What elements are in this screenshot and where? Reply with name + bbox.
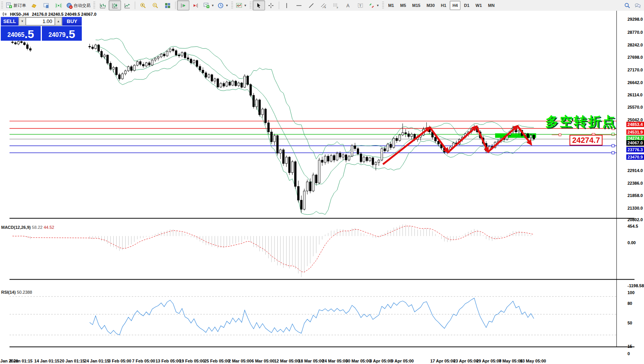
timeframe-button-W1[interactable]: W1 bbox=[473, 1, 485, 10]
text-button[interactable]: A bbox=[342, 0, 354, 10]
channel-button[interactable]: E bbox=[318, 0, 330, 10]
trendline-button[interactable] bbox=[305, 0, 318, 10]
candle-body bbox=[381, 149, 383, 160]
sell-button[interactable]: SELL bbox=[1, 17, 18, 26]
volume-decrease-button[interactable]: ▼ bbox=[19, 17, 26, 25]
line-anchor-handle[interactable] bbox=[612, 133, 614, 136]
volume-increase-button[interactable]: ▲ bbox=[55, 17, 62, 25]
chat-icon[interactable] bbox=[634, 2, 641, 9]
time-axis[interactable]: Jan 20208 Jan 01:1514 Jan 01:1520 Jan 01… bbox=[0, 357, 644, 364]
timeframe-button-D1[interactable]: D1 bbox=[461, 1, 472, 10]
candle-body bbox=[229, 82, 231, 85]
turning-point-annotation[interactable]: 多空转折点 bbox=[545, 113, 616, 131]
horizontal-line-button[interactable] bbox=[293, 0, 305, 10]
mt4-terminal-window: { "toolbar": { "new_order_label": "新订单",… bbox=[0, 0, 644, 364]
line-anchor-handle[interactable] bbox=[612, 151, 614, 154]
buy-price[interactable]: 24079 .5 bbox=[42, 26, 82, 41]
candle-body bbox=[241, 83, 243, 87]
candle-body bbox=[265, 109, 267, 123]
sell-price-main: 24065 bbox=[7, 30, 25, 40]
toolbar-grip[interactable] bbox=[250, 2, 252, 9]
candle-body bbox=[312, 175, 314, 191]
arrows-button[interactable]: ▼ bbox=[367, 0, 381, 10]
candle-body bbox=[345, 155, 347, 160]
candle-body bbox=[190, 59, 192, 63]
signals-button[interactable] bbox=[52, 0, 65, 10]
candle-body bbox=[166, 51, 168, 56]
tile-windows-button[interactable] bbox=[161, 0, 174, 10]
timeframe-button-MN[interactable]: MN bbox=[485, 1, 497, 10]
sell-price[interactable]: 24065 .5 bbox=[1, 26, 41, 41]
timeframe-button-H4[interactable]: H4 bbox=[450, 1, 460, 10]
candle-body bbox=[178, 55, 180, 56]
time-axis-label: 2 Mar 05:00 bbox=[228, 359, 252, 363]
search-icon[interactable] bbox=[624, 2, 631, 9]
candle-body bbox=[193, 61, 195, 63]
volume-input[interactable]: 1.00 bbox=[26, 17, 55, 25]
chart-window[interactable]: HK50-,H4 24176.0 24240.5 24049.5 24067.0… bbox=[0, 11, 644, 364]
toolbar-grip[interactable] bbox=[1, 2, 3, 9]
tile-windows-icon bbox=[164, 2, 171, 9]
macd-axis-tick: 0.00 bbox=[627, 240, 636, 245]
candle-body bbox=[18, 41, 20, 44]
line-chart-button[interactable] bbox=[121, 0, 133, 10]
candle-body bbox=[98, 45, 99, 51]
bar-chart-button[interactable] bbox=[96, 0, 109, 10]
timeframe-button-H1[interactable]: H1 bbox=[438, 1, 449, 10]
time-axis-label: 3 Feb 05:00 bbox=[108, 359, 131, 363]
line-anchor-handle[interactable] bbox=[612, 144, 614, 147]
candle-body bbox=[181, 53, 183, 56]
chart-shift-button[interactable] bbox=[189, 0, 202, 10]
fibonacci-button[interactable]: F bbox=[330, 0, 342, 10]
new-order-icon bbox=[6, 2, 12, 9]
candle-body bbox=[107, 55, 109, 63]
chart-profiles-button[interactable]: ▼ bbox=[216, 0, 230, 10]
chart-canvas[interactable] bbox=[0, 11, 644, 364]
rsi-axis-tick: 50 bbox=[627, 321, 632, 325]
timeframe-button-M30[interactable]: M30 bbox=[424, 1, 437, 10]
candle-body bbox=[303, 191, 305, 209]
zoom-in-button[interactable] bbox=[137, 0, 149, 10]
candle-body bbox=[533, 135, 535, 139]
candle-body bbox=[330, 156, 332, 161]
candle-body bbox=[116, 67, 118, 74]
candle-body bbox=[127, 67, 129, 71]
candle-body bbox=[310, 182, 311, 191]
candle-body bbox=[273, 136, 275, 142]
buy-button[interactable]: BUY bbox=[62, 17, 82, 26]
new-order-label: 新订单 bbox=[13, 3, 26, 8]
candle-body bbox=[232, 81, 234, 85]
candle-body bbox=[357, 149, 359, 154]
cursor-button[interactable] bbox=[253, 0, 265, 10]
macd-axis-tick: -1198.58 bbox=[627, 283, 644, 288]
crosshair-button[interactable] bbox=[265, 0, 277, 10]
candle-body bbox=[30, 49, 31, 50]
new-order-button[interactable]: 新订单 bbox=[4, 0, 28, 10]
timeframe-button-M15[interactable]: M15 bbox=[409, 1, 423, 10]
candle-body bbox=[333, 156, 335, 160]
candlestick-chart-button[interactable] bbox=[109, 0, 121, 10]
time-axis-label: 17 Apr 05:00 bbox=[430, 359, 455, 363]
profile-button[interactable] bbox=[40, 0, 52, 10]
timeframe-button-M1[interactable]: M1 bbox=[386, 1, 397, 10]
candle-body bbox=[250, 84, 252, 95]
new-chart-button[interactable]: ▼ bbox=[202, 0, 216, 10]
candle-body bbox=[184, 53, 186, 58]
text-label-button[interactable]: T bbox=[354, 0, 367, 10]
vertical-line-button[interactable] bbox=[281, 0, 293, 10]
auto-trading-button[interactable]: 自动交易 bbox=[65, 0, 92, 10]
market-depth-button[interactable] bbox=[28, 0, 40, 10]
timeframe-button-M5[interactable]: M5 bbox=[397, 1, 409, 10]
price-tag-24531.9: 24531.9 bbox=[626, 129, 644, 135]
auto-scroll-icon bbox=[180, 2, 187, 9]
toolbar-grip[interactable] bbox=[382, 2, 384, 9]
candle-body bbox=[95, 45, 97, 49]
indicators-button[interactable]: ▼ bbox=[234, 0, 248, 10]
candle-body bbox=[214, 79, 216, 81]
zoom-out-button[interactable] bbox=[149, 0, 161, 10]
candle-body bbox=[288, 157, 290, 173]
price-callout-box[interactable]: 24274.7 bbox=[570, 135, 603, 146]
toolbar-grip[interactable] bbox=[231, 2, 233, 9]
toolbar-grip[interactable] bbox=[93, 2, 95, 9]
auto-scroll-button[interactable] bbox=[177, 0, 189, 10]
